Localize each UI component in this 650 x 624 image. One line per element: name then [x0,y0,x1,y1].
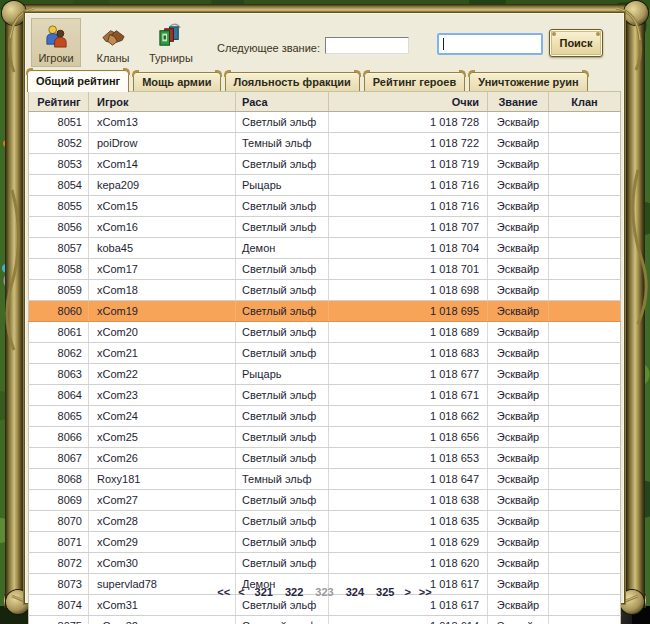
cell-rank: 8072 [29,553,89,574]
table-row[interactable]: 8071xCom29Светлый эльф1 018 629Эсквайр [29,532,621,553]
cell-rank: 8060 [29,301,89,322]
cell-points: 1 018 707 [329,217,488,238]
cell-clan [549,280,621,301]
cell-player: xCom22 [89,364,236,385]
cell-points: 1 018 653 [329,448,488,469]
cell-points: 1 018 689 [329,322,488,343]
table-row[interactable]: 8075xCom32Светлый эльф1 018 614Эсквайр [29,616,621,624]
cell-rank: 8059 [29,280,89,301]
table-row[interactable]: 8059xCom18Светлый эльф1 018 698Эсквайр [29,280,621,301]
tab-faction-loyalty[interactable]: Лояльность фракции [225,72,360,92]
column-header-title: Звание [488,92,549,112]
table-row[interactable]: 8051xCom13Светлый эльф1 018 728Эсквайр [29,112,621,133]
cell-title: Эсквайр [488,343,549,364]
pagination-page[interactable]: 325 [376,586,394,598]
cell-clan [549,553,621,574]
cell-clan [549,175,621,196]
tab-general-rating[interactable]: Общий рейтинг [27,70,129,92]
tab-heroes-rating[interactable]: Рейтинг героев [364,72,465,92]
table-row[interactable]: 8061xCom20Светлый эльф1 018 689Эсквайр [29,322,621,343]
tab-ruins-destruction[interactable]: Уничтожение руин [469,72,587,92]
table-row[interactable]: 8054kepa209Рыцарь1 018 716Эсквайр [29,175,621,196]
table-row[interactable]: 8055xCom15Светлый эльф1 018 716Эсквайр [29,196,621,217]
cell-rank: 8067 [29,448,89,469]
cell-player: xCom15 [89,196,236,217]
cell-rank: 8069 [29,490,89,511]
frame-corner-ornament [2,1,26,25]
cell-points: 1 018 704 [329,238,488,259]
table-row[interactable]: 8053xCom14Светлый эльф1 018 719Эсквайр [29,154,621,175]
cell-title: Эсквайр [488,196,549,217]
table-row[interactable]: 8064xCom23Светлый эльф1 018 671Эсквайр [29,385,621,406]
cell-player: xCom16 [89,217,236,238]
cell-clan [549,364,621,385]
table-row[interactable]: 8066xCom25Светлый эльф1 018 656Эсквайр [29,427,621,448]
cell-clan [549,427,621,448]
cell-rank: 8071 [29,532,89,553]
pagination-nav[interactable]: < [238,586,244,598]
cell-player: xCom27 [89,490,236,511]
search-input[interactable] [437,33,543,55]
cell-title: Эсквайр [488,154,549,175]
tab-army-power[interactable]: Мощь армии [133,72,220,92]
cell-points: 1 018 635 [329,511,488,532]
cell-race: Светлый эльф [236,406,329,427]
cell-race: Светлый эльф [236,511,329,532]
table-row[interactable]: 8062xCom21Светлый эльф1 018 683Эсквайр [29,343,621,364]
next-rank-input[interactable] [325,37,409,54]
table-row[interactable]: 8056xCom16Светлый эльф1 018 707Эсквайр [29,217,621,238]
column-header-rank: Рейтинг [29,92,89,112]
cell-points: 1 018 683 [329,343,488,364]
cell-race: Светлый эльф [236,553,329,574]
cell-player: xCom32 [89,616,236,624]
table-row[interactable]: 8072xCom30Светлый эльф1 018 620Эсквайр [29,553,621,574]
cell-points: 1 018 614 [329,616,488,624]
cell-race: Темный эльф [236,469,329,490]
cell-race: Светлый эльф [236,259,329,280]
table-row[interactable]: 8070xCom28Светлый эльф1 018 635Эсквайр [29,511,621,532]
column-header-race: Раса [236,92,329,112]
cell-race: Светлый эльф [236,490,329,511]
table-row[interactable]: 8052poiDrowТемный эльф1 018 722Эсквайр [29,133,621,154]
pagination-nav[interactable]: >> [419,586,432,598]
cell-title: Эсквайр [488,385,549,406]
pagination-nav[interactable]: << [217,586,230,598]
table-row[interactable]: 8058xCom17Светлый эльф1 018 701Эсквайр [29,259,621,280]
cell-player: poiDrow [89,133,236,154]
toolbar-item-players[interactable]: Игроки [31,18,81,67]
cell-player: xCom25 [89,427,236,448]
cell-points: 1 018 629 [329,532,488,553]
toolbar-item-label: Игроки [35,51,77,66]
cell-clan [549,406,621,427]
table-row[interactable]: 8060xCom19Светлый эльф1 018 695Эсквайр [29,301,621,322]
table-row[interactable]: 8067xCom26Светлый эльф1 018 653Эсквайр [29,448,621,469]
cell-player: xCom14 [89,154,236,175]
pagination-page[interactable]: 324 [346,586,364,598]
pagination-page[interactable]: 321 [255,586,273,598]
cell-title: Эсквайр [488,175,549,196]
cell-points: 1 018 638 [329,490,488,511]
cell-race: Демон [236,238,329,259]
cell-rank: 8057 [29,238,89,259]
cell-player: xCom21 [89,343,236,364]
search-button[interactable]: Поиск [549,29,603,57]
pagination-page[interactable]: 322 [285,586,303,598]
table-row[interactable]: 8068Roxy181Темный эльф1 018 647Эсквайр [29,469,621,490]
pagination-nav[interactable]: > [404,586,410,598]
cell-points: 1 018 719 [329,154,488,175]
table-row[interactable]: 8063xCom22Рыцарь1 018 677Эсквайр [29,364,621,385]
table-row[interactable]: 8069xCom27Светлый эльф1 018 638Эсквайр [29,490,621,511]
cell-race: Светлый эльф [236,280,329,301]
cell-race: Светлый эльф [236,322,329,343]
table-row[interactable]: 8057koba45Демон1 018 704Эсквайр [29,238,621,259]
cell-clan [549,532,621,553]
cell-points: 1 018 722 [329,133,488,154]
cell-points: 1 018 671 [329,385,488,406]
cell-title: Эсквайр [488,364,549,385]
frame-edge-right [626,4,645,608]
cell-clan [549,301,621,322]
cell-rank: 8062 [29,343,89,364]
cell-clan [549,133,621,154]
toolbar-item-clans[interactable]: Кланы [88,18,138,67]
table-row[interactable]: 8065xCom24Светлый эльф1 018 662Эсквайр [29,406,621,427]
